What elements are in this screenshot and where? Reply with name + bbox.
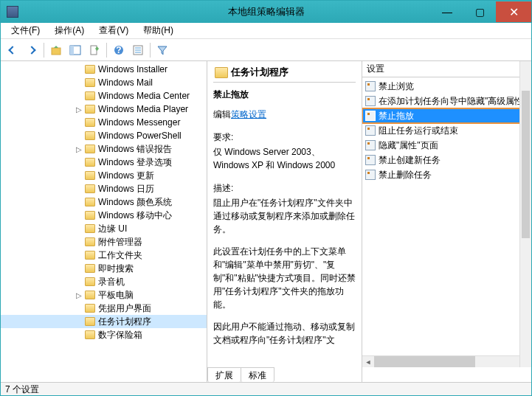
tree-item-label: 附件管理器 — [98, 236, 142, 249]
tree-item-label: Windows Messenger — [98, 117, 180, 128]
expander-icon[interactable]: ▷ — [75, 291, 83, 299]
policy-icon — [365, 111, 376, 121]
policy-icon — [365, 140, 376, 150]
filter-button[interactable] — [153, 41, 171, 59]
description-text-2: 此设置在计划任务中的上下文菜单和"编辑"菜单中禁用"剪切"、"复制"和"粘贴"快… — [213, 245, 356, 311]
tree-item-label: Windows 移动中心 — [98, 209, 172, 222]
forward-button[interactable] — [23, 41, 41, 59]
status-text: 7 个设置 — [5, 383, 39, 396]
expander-icon[interactable]: ▷ — [75, 145, 83, 153]
tree-item-label: Windows Installer — [98, 64, 167, 74]
list-item-label: 阻止任务运行或结束 — [379, 125, 458, 137]
list-item[interactable]: 禁止拖放 — [362, 108, 531, 123]
tree-pane[interactable]: Windows InstallerWindows MailWindows Med… — [1, 61, 207, 382]
expander-icon[interactable]: ▷ — [75, 105, 83, 114]
list-item[interactable]: 隐藏"属性"页面 — [362, 138, 531, 153]
edit-policy-link[interactable]: 策略设置 — [231, 109, 266, 119]
tree-item[interactable]: ▷Windows 错误报告 — [1, 142, 207, 156]
folder-icon — [85, 251, 95, 260]
back-button[interactable] — [4, 41, 21, 59]
tree-item[interactable]: Windows 颜色系统 — [1, 195, 207, 209]
tab-standard[interactable]: 标准 — [241, 367, 274, 382]
tree-item[interactable]: 录音机 — [1, 275, 207, 288]
tree-item[interactable]: 任务计划程序 — [1, 315, 207, 328]
tree-item-label: Windows 颜色系统 — [98, 196, 172, 209]
tree-item[interactable]: 即时搜索 — [1, 262, 207, 275]
tree-item[interactable]: Windows Mail — [1, 76, 207, 89]
list-item[interactable]: 禁止删除任务 — [362, 167, 531, 182]
list-item-label: 禁止拖放 — [379, 110, 414, 122]
folder-icon — [85, 171, 95, 180]
tree-item[interactable]: Windows 移动中心 — [1, 209, 207, 222]
tree-item[interactable]: Windows 日历 — [1, 182, 207, 195]
folder-icon — [85, 158, 95, 167]
help-button[interactable]: ? — [110, 41, 128, 59]
tree-item[interactable]: 凭据用户界面 — [1, 302, 207, 315]
horizontal-scrollbar[interactable]: ◄► — [362, 355, 531, 367]
tree-item[interactable]: Windows PowerShell — [1, 129, 207, 142]
view-tabs: 扩展 标准 — [207, 367, 274, 382]
tree-item[interactable]: Windows 更新 — [1, 169, 207, 182]
policy-icon — [365, 96, 376, 106]
folder-icon — [85, 211, 95, 220]
list-item-label: 禁止删除任务 — [379, 169, 432, 181]
policy-icon — [365, 170, 376, 180]
tab-extended[interactable]: 扩展 — [207, 367, 241, 382]
description-label: 描述: — [213, 182, 356, 195]
maximize-button[interactable]: ▢ — [463, 1, 496, 22]
tree-item[interactable]: 边缘 UI — [1, 222, 207, 235]
list-item[interactable]: 禁止创建新任务 — [362, 153, 531, 167]
menu-file[interactable]: 文件(F) — [4, 24, 47, 37]
tree-item[interactable]: Windows 登录选项 — [1, 156, 207, 169]
properties-button[interactable] — [129, 41, 147, 59]
list-item[interactable]: 阻止任务运行或结束 — [362, 123, 531, 138]
close-button[interactable]: ✕ — [496, 1, 531, 22]
folder-icon — [85, 330, 95, 339]
tree-item[interactable]: 工作文件夹 — [1, 249, 207, 262]
tree-item-label: 工作文件夹 — [98, 249, 142, 262]
export-button[interactable] — [86, 41, 103, 59]
detail-pane: 任务计划程序 禁止拖放 编辑策略设置 要求: 仅 Windows Server … — [207, 61, 362, 382]
folder-icon — [215, 67, 228, 78]
settings-list[interactable]: 禁止浏览在添加计划任务向导中隐藏"高级属性禁止拖放阻止任务运行或结束隐藏"属性"… — [362, 77, 531, 184]
detail-heading: 任务计划程序 — [231, 66, 289, 79]
tree-item-label: 平板电脑 — [98, 289, 134, 302]
tree-item[interactable]: ▷平板电脑 — [1, 288, 207, 302]
tree-item[interactable]: ▷Windows Media Player — [1, 103, 207, 116]
menu-help[interactable]: 帮助(H) — [136, 24, 181, 37]
svg-rect-0 — [52, 48, 61, 55]
titlebar[interactable]: 本地组策略编辑器 ― ▢ ✕ — [1, 1, 531, 23]
tree-item[interactable]: Windows Media Center — [1, 89, 207, 103]
settings-column-header[interactable]: 设置 — [362, 61, 531, 77]
tree-item-label: Windows 更新 — [98, 170, 154, 182]
up-button[interactable] — [47, 41, 65, 59]
edit-policy-line: 编辑策略设置 — [213, 108, 356, 121]
folder-icon — [85, 91, 95, 100]
folder-icon — [85, 304, 95, 313]
menu-view[interactable]: 查看(V) — [91, 24, 136, 37]
tree-item[interactable]: Windows Installer — [1, 63, 207, 76]
folder-icon — [85, 198, 95, 206]
tree-item[interactable]: Windows Messenger — [1, 116, 207, 129]
vertical-scrollbar[interactable] — [519, 61, 531, 367]
list-item[interactable]: 禁止浏览 — [362, 79, 531, 94]
list-item-label: 禁止创建新任务 — [379, 154, 441, 167]
menu-action[interactable]: 操作(A) — [47, 24, 91, 37]
requirements-label: 要求: — [213, 131, 356, 144]
tree-item[interactable]: 数字保险箱 — [1, 328, 207, 341]
tree-item[interactable]: 附件管理器 — [1, 235, 207, 249]
folder-icon — [85, 131, 95, 140]
tree-item-label: 数字保险箱 — [98, 329, 142, 341]
show-hide-tree-button[interactable] — [66, 41, 84, 59]
tree-item-label: Windows 错误报告 — [98, 143, 172, 156]
policy-icon — [365, 125, 376, 136]
folder-icon — [85, 78, 95, 87]
tree-item-label: Windows Mail — [98, 77, 153, 88]
minimize-button[interactable]: ― — [431, 1, 463, 22]
tree-item-label: 凭据用户界面 — [98, 302, 151, 315]
tree-item-label: Windows Media Player — [98, 104, 188, 114]
list-item[interactable]: 在添加计划任务向导中隐藏"高级属性 — [362, 94, 531, 108]
svg-rect-3 — [91, 46, 97, 55]
tree-item-label: Windows 登录选项 — [98, 156, 172, 169]
folder-icon — [85, 224, 95, 233]
